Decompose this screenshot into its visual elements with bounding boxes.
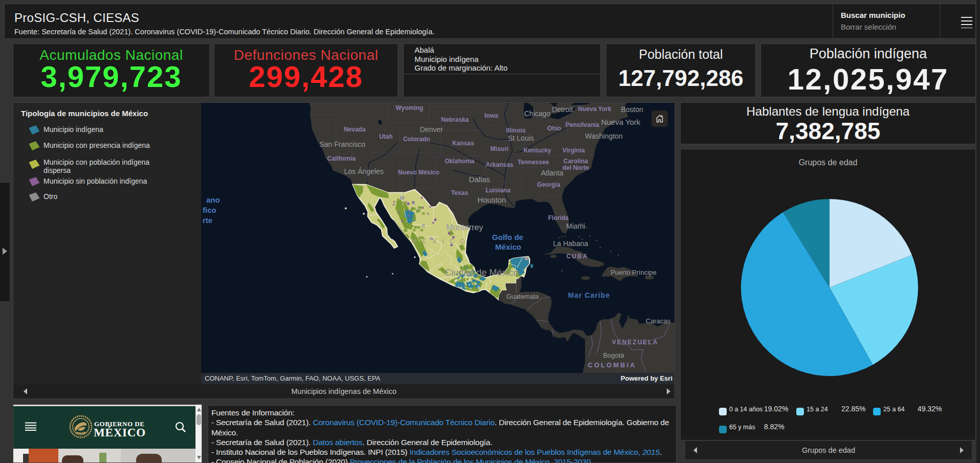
svg-text:Puerto Príncipe: Puerto Príncipe: [611, 269, 657, 276]
svg-text:ano: ano: [206, 195, 220, 204]
svg-text:San Francisco: San Francisco: [319, 140, 365, 148]
svg-text:Monterrey: Monterrey: [446, 223, 483, 232]
svg-text:Boston: Boston: [621, 105, 643, 114]
svg-text:Tennessee: Tennessee: [517, 159, 549, 166]
svg-text:Denver: Denver: [420, 125, 443, 134]
svg-text:Arkansas: Arkansas: [486, 161, 513, 168]
svg-text:Nueva York: Nueva York: [601, 118, 641, 126]
svg-text:rte: rte: [203, 216, 212, 225]
svg-text:M É X I C O: M É X I C O: [411, 237, 467, 245]
svg-text:Carolina: Carolina: [563, 158, 588, 165]
svg-text:Utah: Utah: [379, 133, 393, 140]
svg-text:Illinois: Illinois: [506, 127, 526, 134]
svg-text:Houston: Houston: [477, 195, 506, 204]
svg-text:VENEZUELA: VENEZUELA: [612, 339, 659, 346]
svg-text:Pensilvania: Pensilvania: [565, 121, 599, 128]
svg-text:Nuevo México: Nuevo México: [398, 169, 440, 176]
svg-text:California: California: [327, 155, 356, 162]
svg-text:Nebraska: Nebraska: [441, 116, 469, 123]
svg-text:Nueva York: Nueva York: [578, 105, 612, 113]
svg-text:Los Ángeles: Los Ángeles: [344, 167, 383, 175]
svg-text:Kansas: Kansas: [452, 140, 474, 147]
svg-text:Kentucky: Kentucky: [524, 147, 551, 154]
svg-text:Georgia: Georgia: [537, 181, 560, 188]
svg-text:Atlanta: Atlanta: [541, 169, 563, 177]
svg-text:Oklahoma: Oklahoma: [445, 158, 474, 165]
svg-text:Guatemala: Guatemala: [506, 293, 539, 300]
svg-text:Mar Caribe: Mar Caribe: [568, 291, 610, 299]
svg-text:Dallas: Dallas: [469, 175, 490, 184]
svg-text:Texas: Texas: [451, 189, 468, 196]
svg-text:Washington: Washington: [585, 132, 622, 140]
svg-text:Miami: Miami: [566, 222, 585, 230]
svg-text:CUBA: CUBA: [567, 253, 589, 260]
svg-text:Misuri: Misuri: [490, 145, 508, 152]
svg-text:Luisiana: Luisiana: [486, 187, 511, 194]
svg-text:Colorado: Colorado: [403, 136, 430, 143]
svg-text:Caracas: Caracas: [646, 317, 671, 325]
svg-text:La Habana: La Habana: [553, 239, 589, 248]
svg-text:St Louis: St Louis: [508, 134, 534, 142]
svg-text:del Norte: del Norte: [562, 164, 589, 171]
svg-text:Virginia: Virginia: [562, 147, 585, 154]
svg-text:COLOMBIA: COLOMBIA: [588, 361, 637, 369]
svg-text:Detroit: Detroit: [552, 105, 573, 114]
svg-text:Iowa: Iowa: [485, 112, 498, 119]
svg-text:Golfo de: Golfo de: [492, 233, 524, 241]
svg-text:Wyoming: Wyoming: [396, 104, 423, 112]
svg-text:Bogotá: Bogotá: [603, 351, 624, 359]
svg-text:Nevada: Nevada: [344, 126, 366, 133]
svg-text:Florida: Florida: [548, 214, 569, 222]
svg-text:Ohio: Ohio: [547, 125, 561, 132]
svg-text:fico: fico: [203, 206, 216, 214]
svg-text:Chicago: Chicago: [524, 109, 551, 118]
svg-text:Ciudad de México: Ciudad de México: [445, 268, 518, 278]
svg-text:México: México: [495, 242, 521, 251]
